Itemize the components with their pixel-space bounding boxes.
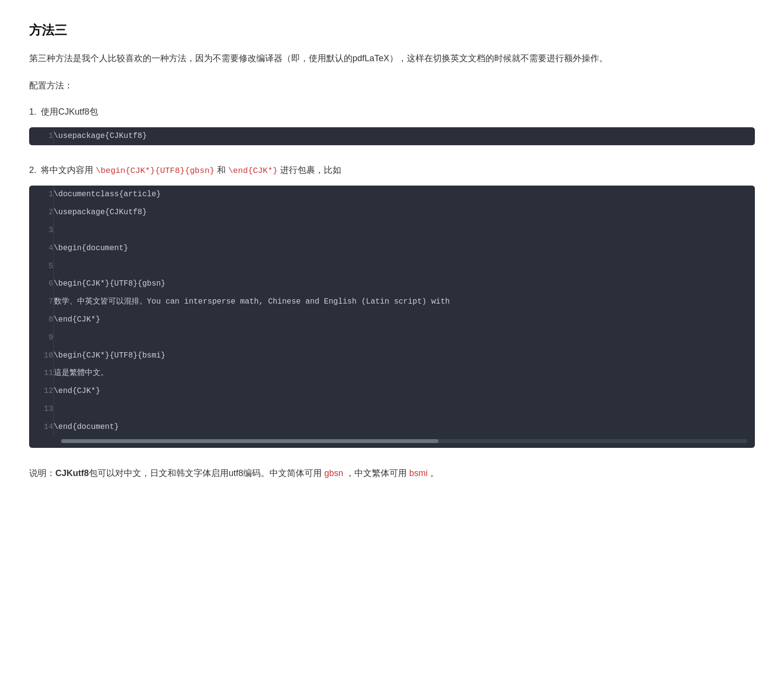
code-table-2: 1\documentclass{article}2\usepackage{CJK… bbox=[29, 186, 755, 436]
step-2-text: 2. 将中文内容用 \begin{CJK*}{UTF8}{gbsn} 和 \en… bbox=[29, 163, 755, 178]
step-2-text-after: 进行包裹，比如 bbox=[278, 165, 341, 175]
line-num: 1 bbox=[29, 127, 53, 145]
table-row: 3 bbox=[29, 222, 755, 239]
line-num: 12 bbox=[29, 382, 53, 400]
line-code: 数学、中英文皆可以混排。You can intersperse math, Ch… bbox=[53, 293, 755, 311]
line-num: 1 bbox=[29, 186, 53, 204]
explanation-gbsn: gbsn bbox=[324, 468, 343, 478]
explanation-end: 。 bbox=[428, 468, 439, 478]
step-2-inline2: \end{CJK*} bbox=[228, 166, 278, 175]
line-code: \usepackage{CJKutf8} bbox=[53, 127, 755, 145]
line-code: \end{document} bbox=[53, 418, 755, 436]
line-code: \documentclass{article} bbox=[53, 186, 755, 204]
scrollbar-track bbox=[61, 439, 747, 443]
code-scroll-2[interactable]: 1\documentclass{article}2\usepackage{CJK… bbox=[29, 186, 755, 436]
table-row: 12\end{CJK*} bbox=[29, 382, 755, 400]
step-2-number: 2. bbox=[29, 165, 36, 175]
line-num: 8 bbox=[29, 311, 53, 329]
code-block-1: 1 \usepackage{CJKutf8} bbox=[29, 127, 755, 145]
line-num: 5 bbox=[29, 257, 53, 275]
section-title: 方法三 bbox=[29, 19, 755, 41]
section-container: 方法三 第三种方法是我个人比较喜欢的一种方法，因为不需要修改编译器（即，使用默认… bbox=[29, 19, 755, 481]
table-row: 6\begin{CJK*}{UTF8}{gbsn} bbox=[29, 275, 755, 293]
table-row: 9 bbox=[29, 329, 755, 347]
table-row: 14\end{document} bbox=[29, 418, 755, 436]
step-item-2: 2. 将中文内容用 \begin{CJK*}{UTF8}{gbsn} 和 \en… bbox=[29, 163, 755, 448]
line-code: \end{CJK*} bbox=[53, 382, 755, 400]
line-code: \end{CJK*} bbox=[53, 311, 755, 329]
code-scroll-1[interactable]: 1 \usepackage{CJKutf8} bbox=[29, 127, 755, 145]
table-row: 11這是繁體中文。 bbox=[29, 364, 755, 382]
section-intro: 第三种方法是我个人比较喜欢的一种方法，因为不需要修改编译器（即，使用默认的pdf… bbox=[29, 51, 755, 66]
step-list: 1. 使用CJKutf8包 1 \usepackage{CJKutf8} bbox=[29, 104, 755, 447]
scrollbar-thumb bbox=[61, 439, 438, 443]
table-row: 4\begin{document} bbox=[29, 239, 755, 257]
line-num: 6 bbox=[29, 275, 53, 293]
line-code: 這是繁體中文。 bbox=[53, 364, 755, 382]
line-num: 10 bbox=[29, 347, 53, 365]
table-row: 7数学、中英文皆可以混排。You can intersperse math, C… bbox=[29, 293, 755, 311]
step-2-text-mid: 和 bbox=[215, 165, 228, 175]
line-num: 2 bbox=[29, 204, 53, 222]
code-table-1: 1 \usepackage{CJKutf8} bbox=[29, 127, 755, 145]
line-num: 9 bbox=[29, 329, 53, 347]
line-code bbox=[53, 257, 755, 275]
explanation-before: 说明： bbox=[29, 468, 55, 478]
line-code: \begin{CJK*}{UTF8}{bsmi} bbox=[53, 347, 755, 365]
line-num: 4 bbox=[29, 239, 53, 257]
step-item-1: 1. 使用CJKutf8包 1 \usepackage{CJKutf8} bbox=[29, 104, 755, 145]
line-num: 11 bbox=[29, 364, 53, 382]
code-block-2: 1\documentclass{article}2\usepackage{CJK… bbox=[29, 186, 755, 447]
line-num: 7 bbox=[29, 293, 53, 311]
table-row: 8\end{CJK*} bbox=[29, 311, 755, 329]
line-code: \begin{CJK*}{UTF8}{gbsn} bbox=[53, 275, 755, 293]
step-1-text: 1. 使用CJKutf8包 bbox=[29, 104, 755, 119]
step-1-label: 使用CJKutf8包 bbox=[41, 107, 98, 117]
table-row: 1\documentclass{article} bbox=[29, 186, 755, 204]
table-row: 5 bbox=[29, 257, 755, 275]
config-label: 配置方法： bbox=[29, 78, 755, 93]
line-code bbox=[53, 222, 755, 239]
step-1-number: 1. bbox=[29, 107, 36, 117]
table-row: 10\begin{CJK*}{UTF8}{bsmi} bbox=[29, 347, 755, 365]
line-num: 14 bbox=[29, 418, 53, 436]
explanation-mid: 包可以对中文，日文和韩文字体启用utf8编码。中文简体可用 bbox=[89, 468, 324, 478]
line-code: \begin{document} bbox=[53, 239, 755, 257]
line-code bbox=[53, 329, 755, 347]
line-code bbox=[53, 400, 755, 418]
line-num: 3 bbox=[29, 222, 53, 239]
line-code: \usepackage{CJKutf8} bbox=[53, 204, 755, 222]
explanation-mid2: ，中文繁体可用 bbox=[343, 468, 409, 478]
explanation-bold: CJKutf8 bbox=[55, 468, 89, 478]
table-row: 13 bbox=[29, 400, 755, 418]
table-row: 1 \usepackage{CJKutf8} bbox=[29, 127, 755, 145]
step-2-text-before: 将中文内容用 bbox=[41, 165, 96, 175]
explanation: 说明：CJKutf8包可以对中文，日文和韩文字体启用utf8编码。中文简体可用 … bbox=[29, 465, 755, 481]
step-2-inline1: \begin{CJK*}{UTF8}{gbsn} bbox=[96, 166, 215, 175]
explanation-bsmi: bsmi bbox=[409, 468, 428, 478]
line-num: 13 bbox=[29, 400, 53, 418]
table-row: 2\usepackage{CJKutf8} bbox=[29, 204, 755, 222]
